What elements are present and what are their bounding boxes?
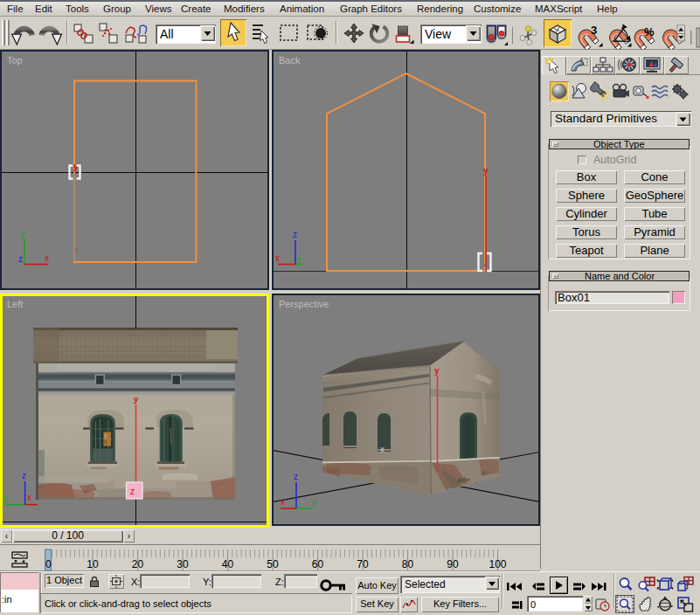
svg-text:x: x	[380, 445, 385, 454]
svg-text:y: y	[3, 494, 8, 503]
svg-text:20: 20	[132, 558, 144, 570]
svg-text:%: %	[644, 25, 655, 38]
svg-text:y: y	[21, 228, 25, 238]
svg-text:y: y	[434, 366, 440, 376]
svg-text:x: x	[27, 493, 31, 502]
svg-text:z: z	[293, 230, 297, 239]
svg-text:90: 90	[447, 558, 459, 570]
svg-text:80: 80	[402, 558, 414, 570]
svg-text:50: 50	[267, 558, 279, 570]
svg-text:y: y	[297, 254, 301, 264]
svg-text:30: 30	[177, 558, 189, 570]
svg-text:60: 60	[312, 558, 324, 570]
svg-text:x: x	[74, 245, 79, 254]
svg-text:z: z	[18, 254, 23, 264]
svg-text:0: 0	[45, 558, 52, 570]
svg-text:40: 40	[222, 558, 234, 570]
svg-text:z: z	[294, 472, 298, 481]
svg-text:10: 10	[87, 558, 99, 570]
svg-text:x: x	[281, 497, 285, 507]
svg-text:3: 3	[591, 24, 597, 37]
svg-text:y: y	[483, 166, 489, 176]
svg-text:z: z	[130, 487, 135, 496]
svg-text:100: 100	[489, 558, 506, 570]
svg-text:z: z	[22, 471, 26, 480]
svg-text:x: x	[45, 253, 49, 263]
svg-text:y: y	[134, 394, 139, 404]
svg-text:70: 70	[357, 558, 369, 570]
svg-text:x: x	[275, 253, 280, 263]
svg-text:x: x	[482, 260, 487, 269]
svg-text:y: y	[312, 497, 316, 507]
